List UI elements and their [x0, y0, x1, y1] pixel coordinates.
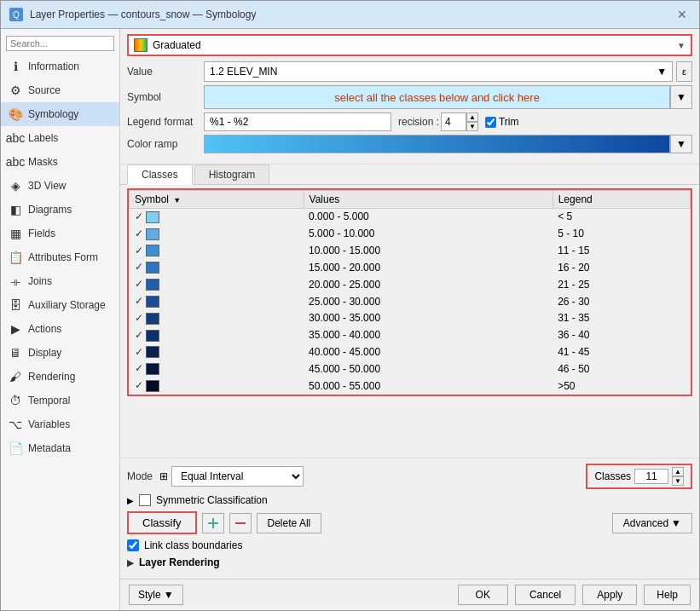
- symbol-dropdown-button[interactable]: ▼: [670, 85, 692, 109]
- legend-format-input[interactable]: [204, 112, 391, 131]
- close-button[interactable]: ✕: [674, 6, 691, 23]
- value-dropdown-arrow: ▼: [657, 66, 667, 78]
- precision-down-button[interactable]: ▼: [466, 122, 478, 131]
- row-legend-0: < 5: [552, 209, 690, 226]
- table-row[interactable]: ✓ 25.000 - 30.000 26 - 30: [130, 293, 691, 310]
- link-check-row: Link class boundaries: [127, 539, 692, 551]
- symbology-icon: 🎨: [8, 107, 23, 122]
- row-legend-1: 5 - 10: [552, 225, 690, 242]
- classify-button[interactable]: Classify: [127, 511, 197, 534]
- value-select[interactable]: 1.2 ELEV_MIN ▼: [204, 61, 673, 82]
- row-values-3: 15.000 - 20.000: [304, 259, 552, 276]
- sidebar: ℹ Information ⚙ Source 🎨 Symbology abc L…: [1, 29, 120, 610]
- svg-rect-1: [208, 522, 218, 524]
- row-color-swatch-2: [146, 245, 159, 257]
- graduated-select[interactable]: Graduated ▼: [127, 34, 692, 56]
- sidebar-item-labels[interactable]: abc Labels: [1, 126, 119, 150]
- sidebar-item-label-source: Source: [28, 84, 61, 96]
- table-row[interactable]: ✓ 15.000 - 20.000 16 - 20: [130, 259, 691, 276]
- table-row[interactable]: ✓ 40.000 - 45.000 41 - 45: [130, 343, 691, 360]
- row-color-swatch-8: [146, 346, 159, 358]
- apply-button[interactable]: Apply: [582, 585, 637, 605]
- classes-input[interactable]: [634, 469, 668, 484]
- row-legend-10: >50: [552, 378, 690, 395]
- table-row[interactable]: ✓ 0.000 - 5.000 < 5: [130, 209, 691, 226]
- row-values-0: 0.000 - 5.000: [304, 209, 552, 226]
- table-row[interactable]: ✓ 30.000 - 35.000 31 - 35: [130, 309, 691, 326]
- table-row[interactable]: ✓ 35.000 - 40.000 36 - 40: [130, 326, 691, 343]
- table-row[interactable]: ✓ 45.000 - 50.000 46 - 50: [130, 360, 691, 378]
- sidebar-item-auxiliarystorage[interactable]: 🗄 Auxiliary Storage: [1, 293, 119, 317]
- trim-checkbox[interactable]: [485, 117, 496, 128]
- link-boundaries-checkbox[interactable]: [127, 539, 139, 551]
- layer-rendering-expand-icon[interactable]: ▶: [127, 558, 134, 568]
- remove-class-button[interactable]: [229, 513, 252, 533]
- table-row[interactable]: ✓ 10.000 - 15.000 11 - 15: [130, 242, 691, 259]
- colorramp-dropdown-button[interactable]: ▼: [670, 135, 692, 153]
- row-values-4: 20.000 - 25.000: [304, 276, 552, 293]
- style-dropdown-arrow: ▼: [164, 589, 174, 601]
- ok-button[interactable]: OK: [458, 585, 508, 605]
- sidebar-item-variables[interactable]: ⌥ Variables: [1, 412, 119, 436]
- sidebar-item-actions[interactable]: ▶ Actions: [1, 317, 119, 341]
- sidebar-item-attributesform[interactable]: 📋 Attributes Form: [1, 245, 119, 269]
- sidebar-item-label-temporal: Temporal: [28, 395, 70, 406]
- precision-input[interactable]: [441, 112, 466, 131]
- sidebar-item-masks[interactable]: abc Masks: [1, 150, 119, 174]
- main-window: Q Layer Properties — contours_snow — Sym…: [0, 0, 700, 611]
- layer-rendering-row: ▶ Layer Rendering: [127, 556, 692, 568]
- temporal-icon: ⏱: [8, 393, 23, 408]
- colorramp-bar[interactable]: [204, 135, 670, 153]
- help-button[interactable]: Help: [644, 585, 691, 605]
- classes-down-button[interactable]: ▼: [672, 476, 684, 486]
- sidebar-item-3dview[interactable]: ◈ 3D View: [1, 174, 119, 198]
- legend-format-row: Legend format recision : ▲ ▼ Trim: [127, 112, 692, 131]
- sidebar-item-diagrams[interactable]: ◧ Diagrams: [1, 198, 119, 222]
- row-legend-4: 21 - 25: [552, 276, 690, 293]
- row-values-10: 50.000 - 55.000: [304, 378, 552, 395]
- sidebar-item-source[interactable]: ⚙ Source: [1, 78, 119, 102]
- row-values-5: 25.000 - 30.000: [304, 293, 552, 310]
- sidebar-item-temporal[interactable]: ⏱ Temporal: [1, 389, 119, 412]
- classes-up-button[interactable]: ▲: [672, 467, 684, 476]
- mode-select[interactable]: Equal Interval Quantile Natural Breaks S…: [171, 466, 304, 487]
- sidebar-item-fields[interactable]: ▦ Fields: [1, 222, 119, 245]
- sidebar-item-display[interactable]: 🖥 Display: [1, 341, 119, 365]
- colorramp-row: Color ramp ▼: [127, 135, 692, 153]
- window-title: Layer Properties — contours_snow — Symbo…: [30, 9, 256, 20]
- add-class-button[interactable]: [202, 513, 224, 533]
- row-values-7: 35.000 - 40.000: [304, 326, 552, 343]
- classify-row: Classify Delete All Advanc: [127, 511, 692, 534]
- mode-label: Mode: [127, 470, 153, 482]
- cancel-button[interactable]: Cancel: [515, 585, 576, 605]
- search-input[interactable]: [6, 36, 114, 51]
- sidebar-item-information[interactable]: ℹ Information: [1, 55, 119, 78]
- sidebar-item-metadata[interactable]: 📄 Metadata: [1, 436, 119, 460]
- symmetric-expand-icon[interactable]: ▶: [127, 496, 134, 505]
- table-row[interactable]: ✓ 5.000 - 10.000 5 - 10: [130, 225, 691, 242]
- style-button[interactable]: Style ▼: [129, 585, 183, 605]
- col-header-legend[interactable]: Legend: [552, 191, 690, 209]
- tab-classes[interactable]: Classes: [127, 164, 193, 185]
- symbol-select[interactable]: select all the classes below and click h…: [204, 85, 670, 109]
- display-icon: 🖥: [8, 345, 23, 360]
- graduated-label: Graduated: [153, 39, 201, 51]
- expression-button[interactable]: ε: [676, 61, 692, 82]
- sidebar-item-symbology[interactable]: 🎨 Symbology: [1, 102, 119, 126]
- delete-all-button[interactable]: Delete All: [257, 513, 322, 533]
- row-legend-9: 46 - 50: [552, 360, 690, 378]
- precision-up-button[interactable]: ▲: [466, 112, 478, 122]
- table-row[interactable]: ✓ 20.000 - 25.000 21 - 25: [130, 276, 691, 293]
- tab-histogram[interactable]: Histogram: [194, 164, 270, 184]
- value-text: 1.2 ELEV_MIN: [210, 66, 277, 78]
- advanced-button[interactable]: Advanced ▼: [612, 513, 692, 533]
- trim-label: Trim: [499, 116, 519, 128]
- col-header-values[interactable]: Values: [304, 191, 552, 209]
- sidebar-item-label-actions: Actions: [28, 323, 61, 335]
- symmetric-checkbox[interactable]: [139, 494, 151, 506]
- row-check-0: ✓: [135, 210, 143, 222]
- table-row[interactable]: ✓ 50.000 - 55.000 >50: [130, 378, 691, 395]
- col-header-symbol[interactable]: Symbol ▼: [130, 191, 304, 209]
- sidebar-item-joins[interactable]: ⟛ Joins: [1, 269, 119, 293]
- sidebar-item-rendering[interactable]: 🖌 Rendering: [1, 365, 119, 389]
